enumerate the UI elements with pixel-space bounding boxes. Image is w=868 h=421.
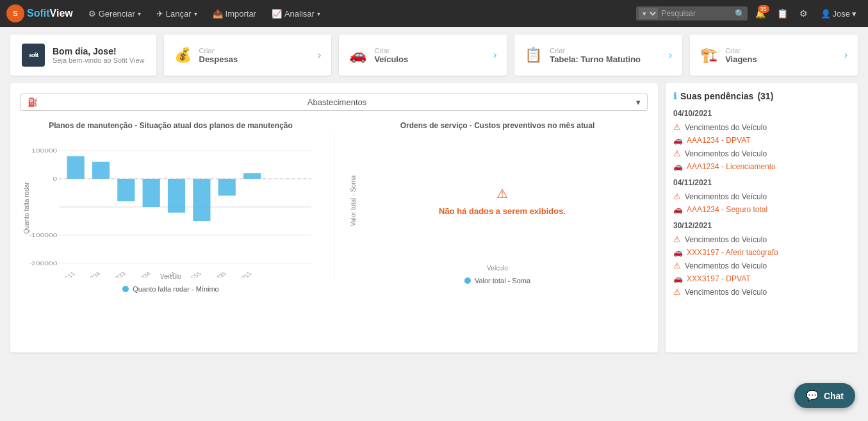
user-icon: 👤 bbox=[821, 9, 831, 19]
svg-text:AAA1234: AAA1234 bbox=[76, 271, 102, 277]
chart-area: ⛽ Abastecimentos ▾ Planos de manutenção … bbox=[10, 83, 658, 352]
quick-action-turno[interactable]: 📋 Criar Tabela: Turno Matutino › bbox=[514, 35, 682, 76]
qa-viagens-labels: Criar Viagens bbox=[725, 47, 757, 64]
chart-orders: Ordens de serviço - Custos preventivos n… bbox=[347, 121, 648, 293]
qa-viagens-title: Viagens bbox=[725, 54, 757, 64]
alert-icon: ⚠ bbox=[673, 261, 681, 270]
quick-action-viagens[interactable]: 🏗️ Criar Viagens › bbox=[690, 35, 858, 76]
pending-item: 🚗 AAA1234 - Seguro total bbox=[673, 203, 850, 216]
pending-item: ⚠ Vencimentos do Veículo bbox=[673, 190, 850, 203]
svg-rect-15 bbox=[218, 179, 236, 195]
brand-sofit: Sofit bbox=[27, 8, 50, 19]
svg-text:AAA3434: AAA3434 bbox=[127, 271, 152, 277]
chart1-y-label: Quanto falta rodar bbox=[20, 136, 30, 279]
svg-text:AAA4444: AAA4444 bbox=[152, 271, 177, 277]
svg-rect-9 bbox=[67, 156, 85, 179]
legend-dot bbox=[122, 286, 129, 292]
qa-veiculos-title: Veículos bbox=[374, 54, 408, 64]
pending-item: 🚗 AAA1234 - DPVAT bbox=[673, 134, 850, 147]
chart1-legend: Quanto falta rodar - Mínimo bbox=[122, 285, 219, 293]
welcome-greeting: Bom dia, Jose! bbox=[53, 46, 145, 56]
chart-maintenance: Planos de manutenção - Situação atual do… bbox=[20, 121, 321, 293]
viagens-icon: 🏗️ bbox=[700, 47, 717, 63]
search-input[interactable] bbox=[658, 8, 735, 19]
notifications-button[interactable]: 🔔 35 bbox=[751, 6, 769, 21]
svg-text:-100000: -100000 bbox=[30, 232, 57, 238]
legend-dot2 bbox=[464, 277, 471, 284]
svg-text:AAA3333: AAA3333 bbox=[102, 271, 127, 277]
chart-type-dropdown[interactable]: ⛽ Abastecimentos ▾ bbox=[20, 94, 648, 111]
veiculos-icon: 🚗 bbox=[349, 47, 366, 63]
svg-rect-16 bbox=[243, 173, 261, 179]
quick-action-veiculos[interactable]: 🚗 Criar Veículos › bbox=[339, 35, 507, 76]
quick-action-despesas[interactable]: 💰 Criar Despesas › bbox=[164, 35, 332, 76]
pending-car-text: AAA1234 - DPVAT bbox=[687, 136, 751, 145]
pending-count: (31) bbox=[757, 91, 773, 101]
qa-despesas-labels: Criar Despesas bbox=[199, 47, 238, 64]
launch-icon: ✈ bbox=[156, 9, 163, 19]
welcome-subtitle: Seja bem-vindo ao Sofit View bbox=[53, 56, 145, 64]
welcome-card: sofit Bom dia, Jose! Seja bem-vindo ao S… bbox=[10, 35, 156, 76]
charts-row: Planos de manutenção - Situação atual do… bbox=[20, 121, 648, 293]
pending-text: Vencimentos do Veículo bbox=[685, 288, 767, 297]
sofit-logo: sofit bbox=[22, 44, 45, 67]
navbar-right: ▾ 🔍 🔔 35 📋 ⚙ 👤 Jose ▾ bbox=[636, 6, 862, 21]
brand-view: View bbox=[50, 8, 73, 19]
warning-icon: ⚠ bbox=[496, 186, 508, 201]
notifications-badge: 35 bbox=[758, 5, 769, 13]
nav-analisar[interactable]: 📈 Analisar ▾ bbox=[265, 5, 327, 22]
no-data-text: Não há dados a serem exibidos. bbox=[439, 206, 566, 216]
qa-criar-label2: Criar bbox=[374, 47, 408, 54]
chart2-x-label: Veículo bbox=[487, 265, 508, 272]
pending-item: 🚗 XXX3197 - DPVAT bbox=[673, 272, 850, 285]
svg-rect-11 bbox=[117, 179, 135, 201]
svg-text:0: 0 bbox=[53, 176, 58, 182]
chevron-right-icon: › bbox=[493, 49, 496, 61]
search-button[interactable]: 🔍 bbox=[735, 9, 745, 19]
pending-text: Vencimentos do Veículo bbox=[685, 192, 767, 201]
gear-icon: ⚙ bbox=[88, 9, 96, 19]
car-icon: 🚗 bbox=[673, 274, 683, 283]
nav-lancar[interactable]: ✈ Lançar ▾ bbox=[150, 5, 204, 22]
chart-header: ⛽ Abastecimentos ▾ bbox=[20, 94, 648, 111]
qa-veiculos-content: 🚗 Criar Veículos bbox=[349, 47, 408, 64]
welcome-section: sofit Bom dia, Jose! Seja bem-vindo ao S… bbox=[0, 27, 868, 83]
svg-text:-200000: -200000 bbox=[30, 260, 57, 267]
pending-item: ⚠ Vencimentos do Veículo bbox=[673, 285, 850, 299]
user-menu[interactable]: 👤 Jose ▾ bbox=[815, 6, 862, 21]
pending-section: ℹ Suas pendências (31) 04/10/2021 ⚠ Venc… bbox=[666, 83, 858, 352]
navbar: S SofitView ⚙ Gerenciar ▾ ✈ Lançar ▾ 📤 I… bbox=[0, 0, 868, 27]
chevron-right-icon: › bbox=[318, 49, 321, 61]
no-data-box: ⚠ Não há dados a serem exibidos. bbox=[357, 136, 648, 265]
welcome-text: Bom dia, Jose! Seja bem-vindo ao Sofit V… bbox=[53, 46, 145, 64]
qa-viagens-content: 🏗️ Criar Viagens bbox=[700, 47, 757, 64]
pending-item: ⚠ Vencimentos do Veículo bbox=[673, 233, 850, 246]
import-icon: 📤 bbox=[213, 9, 223, 19]
alert-icon: ⚠ bbox=[673, 149, 681, 158]
pending-text: Vencimentos do Veículo bbox=[685, 149, 767, 158]
brand-logo: S SofitView bbox=[6, 4, 73, 22]
qa-despesas-title: Despesas bbox=[199, 54, 238, 64]
qa-turno-title: Tabela: Turno Matutino bbox=[550, 54, 641, 64]
nav-gerenciar[interactable]: ⚙ Gerenciar ▾ bbox=[82, 5, 147, 22]
pending-car-text: AAA1234 - Licenciamento bbox=[687, 162, 776, 171]
pending-text: Vencimentos do Veículo bbox=[685, 235, 767, 244]
clipboard-button[interactable]: 📋 bbox=[773, 6, 792, 21]
search-scope-select[interactable]: ▾ bbox=[639, 8, 658, 19]
brand-name: SofitView bbox=[27, 8, 73, 19]
pending-date-3: 30/12/2021 bbox=[673, 221, 850, 230]
pending-date-1: 04/10/2021 bbox=[673, 109, 850, 118]
caret-icon: ▾ bbox=[194, 10, 197, 17]
svg-rect-10 bbox=[92, 162, 110, 179]
chart1-title: Planos de manutenção - Situação atual do… bbox=[49, 121, 293, 130]
chart2-legend-label: Valor total - Soma bbox=[475, 277, 530, 285]
dropdown-caret: ▾ bbox=[636, 97, 641, 107]
main-content: ⛽ Abastecimentos ▾ Planos de manutenção … bbox=[0, 83, 868, 363]
svg-text:AAM9435: AAM9435 bbox=[202, 271, 228, 277]
pending-item: 🚗 XXX3197 - Aferir tacógrafo bbox=[673, 246, 850, 259]
pending-car-text: XXX3197 - DPVAT bbox=[687, 274, 751, 283]
svg-text:AAA5555: AAA5555 bbox=[177, 271, 203, 277]
pending-car-text: AAA1234 - Seguro total bbox=[687, 205, 767, 214]
nav-importar[interactable]: 📤 Importar bbox=[206, 5, 263, 22]
settings-button[interactable]: ⚙ bbox=[796, 6, 812, 21]
